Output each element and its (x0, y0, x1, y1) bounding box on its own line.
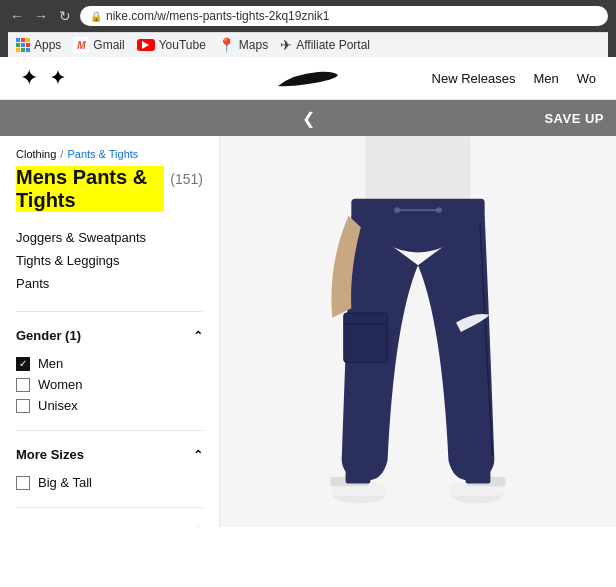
pants-illustration (268, 136, 568, 527)
site-header: ✦ ✦ New Releases Men Wo (0, 57, 616, 100)
promo-chevron-left[interactable]: ❮ (302, 109, 315, 128)
site-nav: New Releases Men Wo (432, 71, 596, 86)
product-image (220, 136, 616, 527)
page-title-row: Mens Pants & Tights (151) (16, 166, 203, 212)
svg-rect-5 (344, 312, 388, 362)
lock-icon: 🔒 (90, 11, 102, 22)
main-content: Clothing / Pants & Tights Mens Pants & T… (0, 136, 616, 527)
breadcrumb-category[interactable]: Pants & Tights (67, 148, 138, 160)
maps-icon: 📍 (218, 37, 235, 53)
filter-gender: Gender (1) ⌃ ✓ Men Women Unisex (16, 322, 203, 420)
breadcrumb: Clothing / Pants & Tights (16, 148, 203, 160)
back-button[interactable]: ← (8, 7, 26, 25)
svg-rect-0 (366, 136, 471, 208)
filter-gender-header[interactable]: Gender (1) ⌃ (16, 322, 203, 349)
filter-color-header[interactable]: Color ⌃ (16, 518, 203, 527)
filter-color-label: Color (16, 524, 50, 527)
browser-chrome: ← → ↻ 🔒 nike.com/w/mens-pants-tights-2kq… (0, 0, 616, 57)
option-women-label: Women (38, 377, 83, 392)
browser-nav-bar: ← → ↻ 🔒 nike.com/w/mens-pants-tights-2kq… (8, 6, 608, 26)
category-tights[interactable]: Tights & Leggings (16, 249, 203, 272)
bookmark-apps-label: Apps (34, 38, 61, 52)
youtube-icon (137, 39, 155, 51)
svg-point-3 (394, 207, 400, 213)
bookmark-affiliate[interactable]: ✈ Affiliate Portal (280, 37, 370, 53)
youtube-play-icon (142, 41, 149, 49)
page-title: Mens Pants & Tights (16, 166, 164, 212)
sizes-chevron-icon: ⌃ (193, 448, 203, 462)
filter-option-women[interactable]: Women (16, 374, 203, 395)
bookmark-youtube-label: YouTube (159, 38, 206, 52)
bookmark-maps-label: Maps (239, 38, 268, 52)
checkbox-big-tall[interactable] (16, 476, 30, 490)
filter-gender-label: Gender (1) (16, 328, 81, 343)
filter-option-unisex[interactable]: Unisex (16, 395, 203, 416)
bookmark-youtube[interactable]: YouTube (137, 38, 206, 52)
divider-1 (16, 311, 203, 312)
breadcrumb-separator: / (60, 148, 63, 160)
product-area (220, 136, 616, 527)
svg-point-4 (436, 207, 442, 213)
bookmark-gmail[interactable]: M Gmail (73, 37, 124, 53)
filter-option-men[interactable]: ✓ Men (16, 353, 203, 374)
nike-swoosh-logo[interactable] (278, 70, 338, 92)
promo-bar: ❮ SAVE UP (0, 100, 616, 136)
nav-new-releases[interactable]: New Releases (432, 71, 516, 86)
converse-logo[interactable]: ✦ (50, 67, 65, 89)
option-unisex-label: Unisex (38, 398, 78, 413)
category-pants[interactable]: Pants (16, 272, 203, 295)
checkbox-unisex[interactable] (16, 399, 30, 413)
divider-2 (16, 430, 203, 431)
category-list: Joggers & Sweatpants Tights & Leggings P… (16, 226, 203, 295)
apps-grid-icon (16, 38, 30, 52)
breadcrumb-clothing[interactable]: Clothing (16, 148, 56, 160)
refresh-button[interactable]: ↻ (56, 7, 74, 25)
sidebar: Clothing / Pants & Tights Mens Pants & T… (0, 136, 220, 527)
address-bar[interactable]: 🔒 nike.com/w/mens-pants-tights-2kq19znik… (80, 6, 608, 26)
affiliate-icon: ✈ (280, 37, 292, 53)
checkbox-men[interactable]: ✓ (16, 357, 30, 371)
gmail-icon: M (73, 37, 89, 53)
bookmarks-bar: Apps M Gmail YouTube 📍 Maps ✈ Affiliate … (8, 32, 608, 57)
filter-sizes-header[interactable]: More Sizes ⌃ (16, 441, 203, 468)
svg-rect-14 (346, 460, 371, 483)
gender-options: ✓ Men Women Unisex (16, 349, 203, 420)
svg-rect-15 (466, 460, 491, 483)
promo-save-text: SAVE UP (544, 111, 604, 126)
sizes-options: Big & Tall (16, 468, 203, 497)
option-men-label: Men (38, 356, 63, 371)
bookmark-apps[interactable]: Apps (16, 38, 61, 52)
gender-chevron-icon: ⌃ (193, 329, 203, 343)
filter-option-big-tall[interactable]: Big & Tall (16, 472, 203, 493)
url-text: nike.com/w/mens-pants-tights-2kq19znik1 (106, 9, 329, 23)
bookmark-affiliate-label: Affiliate Portal (296, 38, 370, 52)
nav-wo[interactable]: Wo (577, 71, 596, 86)
bookmark-maps[interactable]: 📍 Maps (218, 37, 268, 53)
forward-button[interactable]: → (32, 7, 50, 25)
brand-logos: ✦ ✦ (20, 65, 65, 91)
option-big-tall-label: Big & Tall (38, 475, 92, 490)
nav-men[interactable]: Men (533, 71, 558, 86)
color-chevron-icon: ⌃ (193, 525, 203, 528)
category-joggers[interactable]: Joggers & Sweatpants (16, 226, 203, 249)
divider-3 (16, 507, 203, 508)
filter-sizes-label: More Sizes (16, 447, 84, 462)
bookmark-gmail-label: Gmail (93, 38, 124, 52)
checkbox-women[interactable] (16, 378, 30, 392)
filter-color: Color ⌃ Black White Red (16, 518, 203, 527)
item-count: (151) (170, 171, 203, 187)
jordan-logo[interactable]: ✦ (20, 65, 38, 91)
filter-sizes: More Sizes ⌃ Big & Tall (16, 441, 203, 497)
checkmark-icon: ✓ (19, 358, 27, 369)
